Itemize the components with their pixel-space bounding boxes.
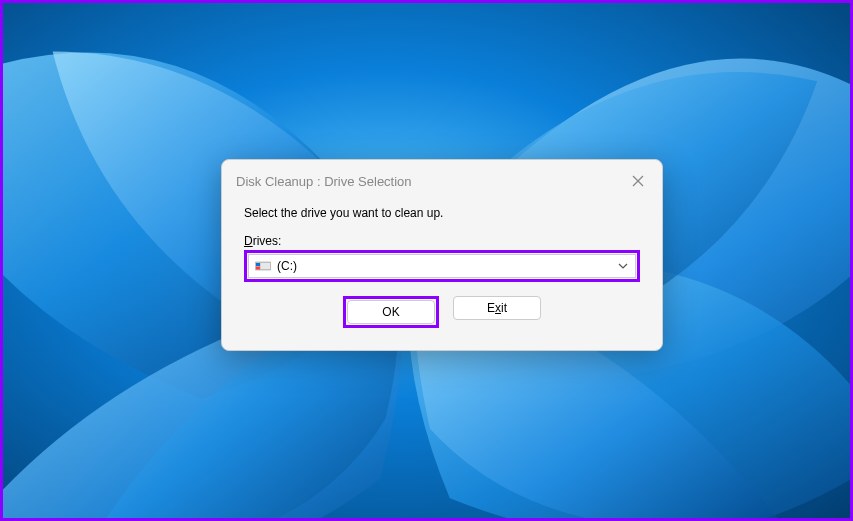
- svg-rect-6: [256, 267, 260, 270]
- svg-rect-5: [256, 263, 260, 266]
- dialog-titlebar: Disk Cleanup : Drive Selection: [222, 160, 662, 200]
- drive-select[interactable]: (C:): [248, 254, 636, 278]
- svg-rect-7: [261, 263, 270, 269]
- dialog-title: Disk Cleanup : Drive Selection: [236, 174, 412, 189]
- drive-icon: [255, 260, 271, 272]
- ok-button-label: OK: [382, 305, 399, 319]
- instruction-text: Select the drive you want to clean up.: [244, 206, 640, 220]
- disk-cleanup-dialog: Disk Cleanup : Drive Selection Select th…: [221, 159, 663, 351]
- dropdown-highlight: (C:): [244, 250, 640, 282]
- exit-button[interactable]: Exit: [453, 296, 541, 320]
- chevron-down-icon: [617, 260, 629, 272]
- ok-button[interactable]: OK: [347, 300, 435, 324]
- selected-drive-text: (C:): [277, 259, 617, 273]
- close-button[interactable]: [628, 171, 648, 191]
- ok-highlight: OK: [343, 296, 439, 328]
- dialog-content: Select the drive you want to clean up. D…: [222, 200, 662, 350]
- drives-label: Drives:: [244, 234, 640, 248]
- close-icon: [632, 175, 644, 187]
- exit-button-label: Exit: [487, 301, 507, 315]
- button-row: OK Exit: [244, 296, 640, 328]
